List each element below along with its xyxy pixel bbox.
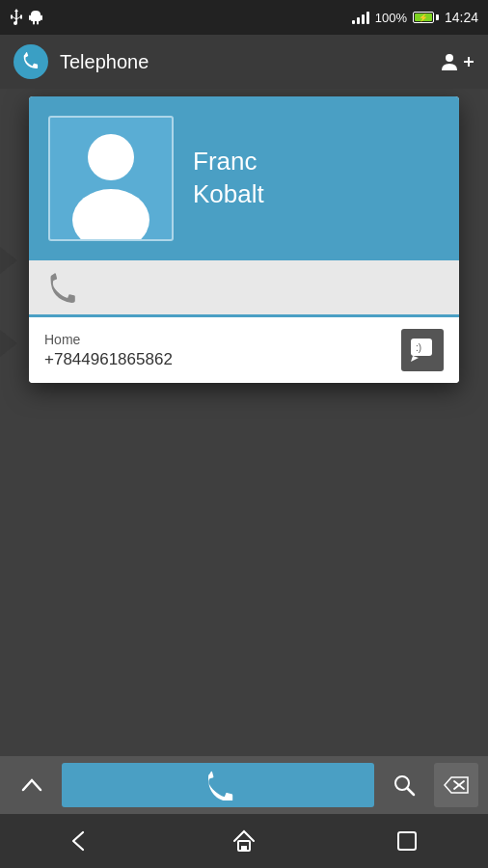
sms-button[interactable]: :) (401, 329, 444, 371)
main-content: Lena Sister Olga Franc Kobalt (0, 89, 488, 756)
app-bar: Telephone (0, 35, 488, 89)
signal-bar-2 (357, 17, 360, 24)
svg-marker-8 (411, 356, 419, 362)
svg-point-2 (446, 54, 453, 62)
contact-first-name: Franc (193, 146, 264, 178)
contact-avatar (48, 116, 174, 241)
home-icon (232, 829, 256, 853)
android-icon (29, 10, 42, 25)
status-bar: 100% ⚡ 14:24 (0, 0, 488, 35)
add-contact-button[interactable] (440, 51, 474, 72)
avatar-silhouette (58, 123, 164, 239)
status-bar-left (10, 9, 346, 26)
chevron-up-button[interactable] (10, 763, 54, 807)
svg-line-11 (407, 788, 414, 795)
nav-bar (0, 814, 488, 868)
home-button[interactable] (215, 822, 273, 860)
usb-icon (10, 9, 23, 26)
search-icon (393, 773, 416, 797)
phone-row[interactable]: Home +7844961865862 :) (29, 317, 459, 383)
battery-indicator: ⚡ (413, 12, 439, 23)
backspace-button[interactable] (434, 763, 478, 807)
phone-logo-icon (21, 52, 41, 71)
recents-icon (397, 831, 417, 851)
svg-point-0 (33, 15, 35, 17)
add-icon (463, 56, 474, 68)
svg-point-1 (37, 15, 39, 17)
phone-number: +7844961865862 (44, 350, 401, 369)
clock: 14:24 (445, 10, 478, 25)
svg-rect-17 (398, 832, 416, 850)
phone-label: Home (44, 332, 401, 347)
search-button[interactable] (382, 763, 426, 807)
svg-marker-12 (445, 777, 468, 793)
card-header: Franc Kobalt (29, 96, 459, 260)
card-actions[interactable] (29, 260, 459, 317)
app-title: Telephone (60, 51, 428, 73)
contact-card[interactable]: Franc Kobalt Home +7844961865862 (29, 96, 459, 383)
svg-point-6 (72, 189, 149, 239)
dial-input[interactable] (62, 763, 374, 807)
recents-button[interactable] (378, 822, 436, 860)
battery-percent: 100% (375, 11, 407, 25)
signal-bars (352, 11, 369, 24)
contact-name-block: Franc Kobalt (193, 146, 264, 211)
svg-point-5 (88, 134, 134, 180)
dial-bar (0, 756, 488, 814)
signal-bar-4 (366, 12, 369, 24)
dial-phone-icon (203, 770, 233, 800)
battery-bolt: ⚡ (419, 14, 428, 22)
svg-text::): :) (416, 342, 421, 353)
backspace-icon (444, 776, 469, 794)
chevron-up-icon (21, 778, 42, 792)
contact-last-name: Kobalt (193, 178, 264, 211)
back-icon (69, 830, 93, 852)
signal-bar-1 (352, 20, 355, 24)
person-icon (440, 51, 461, 72)
app-logo (14, 44, 48, 79)
call-button[interactable] (44, 270, 79, 305)
phone-info: Home +7844961865862 (44, 332, 401, 369)
call-icon (45, 271, 78, 304)
back-button[interactable] (52, 822, 110, 860)
svg-rect-16 (241, 846, 247, 851)
signal-bar-3 (362, 14, 365, 24)
sms-icon: :) (409, 337, 436, 364)
